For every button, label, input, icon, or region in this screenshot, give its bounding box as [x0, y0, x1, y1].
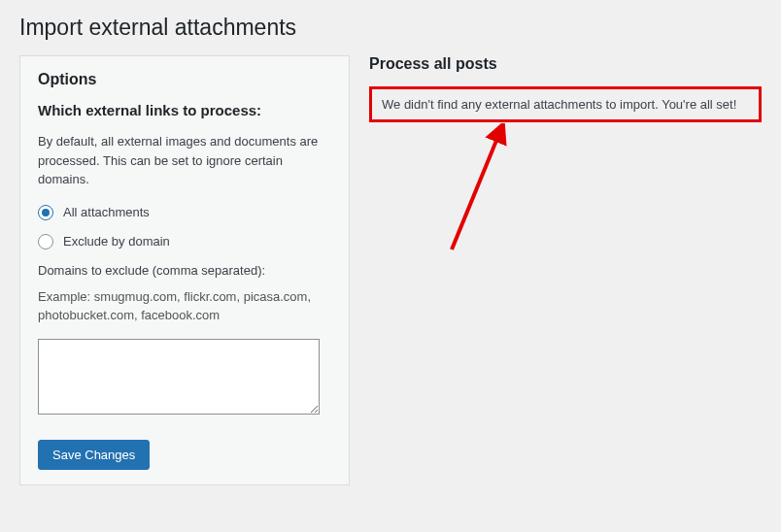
- process-column: Process all posts We didn't find any ext…: [369, 55, 762, 485]
- process-message: We didn't find any external attachments …: [382, 97, 736, 112]
- options-subheading: Which external links to process:: [38, 102, 331, 118]
- process-heading: Process all posts: [369, 55, 762, 73]
- svg-line-0: [452, 131, 500, 249]
- options-heading: Options: [38, 71, 331, 88]
- page-title: Import external attachments: [19, 15, 762, 41]
- options-column: Options Which external links to process:…: [19, 55, 350, 485]
- domains-label: Domains to exclude (comma separated):: [38, 263, 331, 278]
- options-panel: Options Which external links to process:…: [19, 55, 350, 485]
- radio-exclude-by-domain[interactable]: Exclude by domain: [38, 234, 331, 249]
- radio-icon: [38, 234, 53, 249]
- main-layout: Options Which external links to process:…: [19, 55, 762, 485]
- domains-textarea[interactable]: [38, 339, 320, 415]
- save-changes-button[interactable]: Save Changes: [38, 440, 150, 470]
- options-description: By default, all external images and docu…: [38, 132, 331, 189]
- domains-example: Example: smugmug.com, flickr.com, picasa…: [38, 287, 331, 325]
- radio-icon: [38, 205, 53, 220]
- radio-all-label: All attachments: [63, 205, 150, 219]
- annotation-arrow-icon: [408, 123, 525, 259]
- process-message-box: We didn't find any external attachments …: [369, 86, 762, 122]
- radio-all-attachments[interactable]: All attachments: [38, 205, 331, 220]
- radio-exclude-label: Exclude by domain: [63, 234, 170, 249]
